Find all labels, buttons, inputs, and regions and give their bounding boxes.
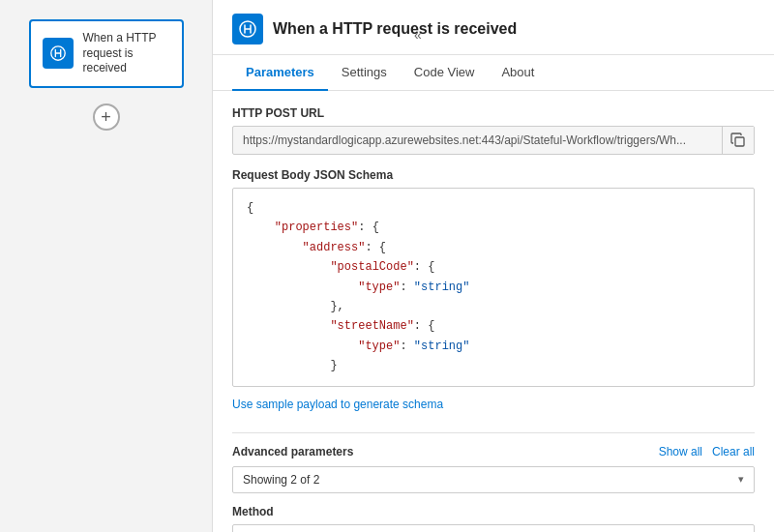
clear-all-button[interactable]: Clear all bbox=[712, 445, 755, 458]
add-step-container: + bbox=[93, 103, 120, 131]
method-dropdown-arrow[interactable]: ▾ bbox=[700, 528, 722, 532]
tab-code-view[interactable]: Code View bbox=[401, 55, 489, 91]
method-label: Method bbox=[232, 505, 755, 518]
add-step-button[interactable]: + bbox=[93, 103, 120, 131]
http-post-url-label: HTTP POST URL bbox=[232, 106, 755, 120]
http-post-url-value: https://mystandardlogicapp.azurewebsites… bbox=[233, 127, 722, 154]
tab-about[interactable]: About bbox=[488, 55, 548, 91]
advanced-links: Show all Clear all bbox=[659, 445, 755, 458]
advanced-params-dropdown[interactable]: Showing 2 of 2 ▾ bbox=[232, 466, 755, 493]
copy-url-button[interactable] bbox=[722, 127, 754, 154]
panel-header-icon bbox=[232, 14, 263, 44]
panel-header: When a HTTP request is received bbox=[213, 0, 774, 55]
tabs-container: Parameters Settings Code View About bbox=[213, 55, 774, 91]
method-value: GET bbox=[233, 526, 700, 532]
left-panel: When a HTTP request is received + bbox=[0, 0, 213, 532]
dropdown-value: Showing 2 of 2 bbox=[243, 473, 738, 487]
header-http-icon bbox=[238, 19, 257, 39]
trigger-label: When a HTTP request is received bbox=[83, 31, 170, 76]
trigger-card[interactable]: When a HTTP request is received bbox=[29, 19, 184, 88]
method-clear-button[interactable]: ✕ bbox=[722, 525, 754, 532]
collapse-arrow[interactable]: « bbox=[414, 27, 422, 43]
tab-settings[interactable]: Settings bbox=[328, 55, 401, 91]
panel-header-title: When a HTTP request is received bbox=[273, 20, 517, 38]
chevron-down-icon: ▾ bbox=[738, 473, 744, 486]
http-post-url-field: https://mystandardlogicapp.azurewebsites… bbox=[232, 126, 755, 155]
method-field: GET ▾ ✕ bbox=[232, 524, 755, 532]
svg-rect-2 bbox=[735, 137, 744, 146]
sample-payload-link[interactable]: Use sample payload to generate schema bbox=[232, 398, 443, 411]
trigger-card-icon bbox=[43, 38, 74, 69]
show-all-button[interactable]: Show all bbox=[659, 445, 702, 458]
copy-icon bbox=[730, 133, 746, 148]
right-panel: When a HTTP request is received Paramete… bbox=[213, 0, 774, 532]
divider bbox=[232, 432, 755, 433]
advanced-params-row: Advanced parameters Show all Clear all bbox=[232, 445, 755, 458]
tab-parameters[interactable]: Parameters bbox=[232, 55, 328, 91]
schema-label: Request Body JSON Schema bbox=[232, 168, 755, 182]
advanced-params-label: Advanced parameters bbox=[232, 445, 353, 458]
panel-content: HTTP POST URL https://mystandardlogicapp… bbox=[213, 91, 774, 532]
json-schema-editor[interactable]: { "properties": { "address": { "postalCo… bbox=[232, 188, 755, 387]
http-trigger-icon bbox=[49, 44, 67, 62]
